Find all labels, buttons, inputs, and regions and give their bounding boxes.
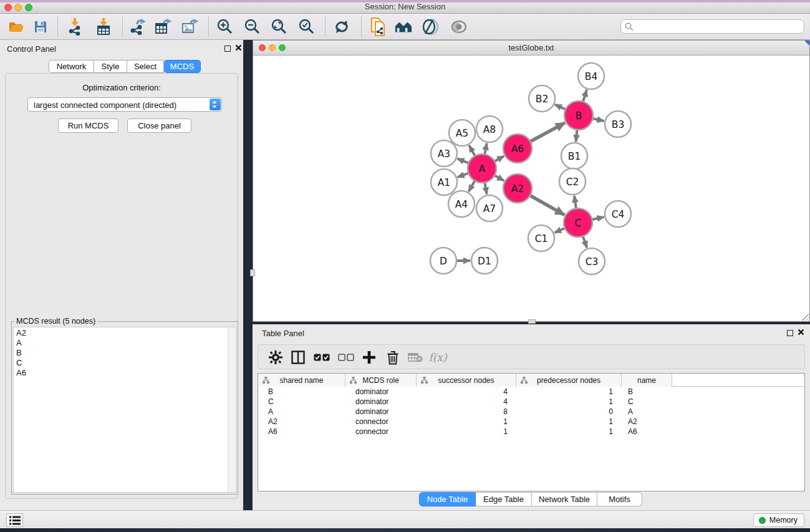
import-table-icon[interactable] [95,18,112,36]
control-panel-header: Control Panel [0,40,243,56]
network-graph[interactable]: AA1A2A3A4A5A6A7A8BB1B2B3B4CC1C2C3C4DD1 [253,56,809,321]
splitter-grip[interactable] [250,269,255,276]
desktop-background [0,528,810,532]
table-row[interactable]: Bdominator41B [258,387,804,397]
mcds-result-item[interactable]: A2 [14,327,236,337]
mcds-list-scrollbar[interactable] [228,327,236,492]
first-neighbors-icon[interactable] [395,18,412,36]
table-row[interactable]: A2connector11A2 [258,417,804,427]
node-label-B3: B3 [612,119,625,130]
node-label-A8: A8 [483,124,496,135]
function-builder-icon[interactable]: f(x) [429,349,446,366]
delete-table-icon[interactable] [407,349,424,366]
delete-column-icon[interactable] [384,349,402,366]
splitter-grip[interactable] [528,319,536,324]
column-header-shared-name[interactable]: shared name [258,374,345,387]
node-label-A3: A3 [438,148,450,160]
node-label-D: D [440,256,447,267]
table-tabs: Node TableEdge TableNetwork TableMotifs [419,492,642,506]
close-panel-icon[interactable] [235,44,242,51]
export-network-icon[interactable] [129,18,147,36]
node-label-A: A [479,163,486,175]
app-titlebar: Session: New Session [0,0,810,14]
network-window-titlebar[interactable]: testGlobe.txt [253,41,809,56]
save-session-icon[interactable] [32,18,49,36]
table-row[interactable]: Adominator80A [258,407,804,417]
cell: A [622,407,672,416]
mcds-result-item[interactable]: B [14,347,236,357]
memory-button[interactable]: Memory [753,513,804,527]
add-column-icon[interactable] [360,349,378,366]
cell: connector [345,417,417,426]
column-header-name[interactable]: name [622,374,672,387]
table-row[interactable]: A6connector11A6 [258,427,804,437]
show-details-eye-icon[interactable] [450,18,468,36]
node-label-A2: A2 [511,183,524,195]
mcds-result-item[interactable]: A6 [14,367,236,377]
float-panel-icon[interactable] [224,46,231,52]
deselect-all-icon[interactable] [337,349,355,366]
search-field[interactable] [620,19,804,34]
node-label-A5: A5 [456,128,468,139]
tab-mcds[interactable]: MCDS [164,60,201,73]
tab-network-table[interactable]: Network Table [532,492,597,506]
import-network-icon[interactable] [66,18,84,36]
network-title: testGlobe.txt [253,43,809,52]
cell: 1 [516,417,622,426]
main-toolbar [0,14,810,40]
cell: 1 [417,417,516,426]
column-header-MCDS-role[interactable]: MCDS role [345,374,417,387]
hide-details-icon[interactable] [422,18,439,36]
export-image-icon[interactable] [181,18,199,36]
tab-node-table[interactable]: Node Table [419,492,476,506]
memory-status-icon [759,517,766,524]
tab-style[interactable]: Style [94,60,127,73]
float-panel-icon[interactable] [787,330,793,336]
search-input[interactable] [636,21,798,32]
zoom-fit-icon[interactable] [271,18,288,36]
zoom-in-icon[interactable] [216,18,234,36]
node-label-A6: A6 [511,143,524,155]
settings-gear-icon[interactable] [267,349,284,366]
column-header-predecessor-nodes[interactable]: predecessor nodes [516,374,622,387]
open-file-icon[interactable] [7,18,25,36]
column-chooser-icon[interactable] [289,349,307,366]
tab-edge-table[interactable]: Edge Table [476,492,532,506]
task-history-button[interactable] [6,513,23,527]
node-table: shared nameMCDS rolesuccessor nodesprede… [258,373,805,491]
search-icon [625,22,634,31]
export-table-icon[interactable] [155,18,172,36]
status-bar: Memory [0,510,810,528]
cell: A2 [622,417,672,426]
session-title: Session: New Session [0,2,810,11]
table-toolbar: f(x) [258,344,805,369]
mcds-result-item[interactable]: C [14,357,236,367]
close-panel-icon[interactable] [798,329,804,336]
new-network-icon[interactable] [370,18,387,36]
criterion-dropdown[interactable]: largest connected component (directed) [27,97,222,112]
cell: connector [345,427,417,436]
run-mcds-button[interactable]: Run MCDS [58,118,118,133]
zoom-out-icon[interactable] [244,18,261,36]
table-row[interactable]: Cdominator41C [258,397,804,407]
mcds-result-item[interactable]: A [14,337,236,347]
cell: 4 [417,387,516,396]
tab-network[interactable]: Network [49,60,94,73]
tab-select[interactable]: Select [127,60,164,73]
cell: B [258,387,345,396]
tree-column-icon [421,377,428,384]
close-panel-button[interactable]: Close panel [127,118,191,133]
column-header-successor-nodes[interactable]: successor nodes [417,374,516,387]
table-panel: Table Panel f(x) shared nameMCDS roles [253,324,810,510]
cell: 4 [417,397,516,406]
column-label: predecessor nodes [537,376,600,385]
tree-column-icon [350,377,357,384]
node-label-C4: C4 [612,209,625,220]
select-all-icon[interactable] [313,349,330,366]
refresh-icon[interactable] [333,18,350,36]
node-label-B: B [576,110,582,122]
network-canvas[interactable]: AA1A2A3A4A5A6A7A8BB1B2B3B4CC1C2C3C4DD1 [253,56,809,321]
criterion-value: largest connected component (directed) [34,100,176,110]
zoom-selected-icon[interactable] [298,18,316,36]
tab-motifs[interactable]: Motifs [597,492,642,506]
